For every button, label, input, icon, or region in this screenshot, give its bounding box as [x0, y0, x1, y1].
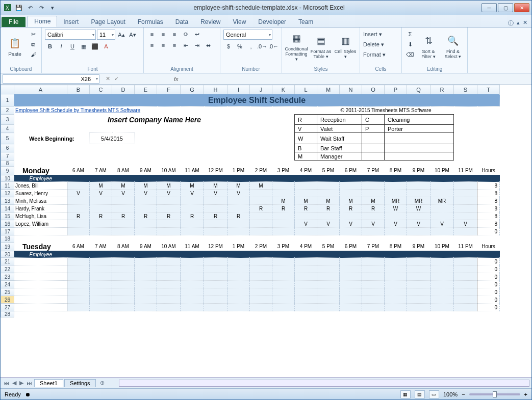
align-top-icon[interactable]: ≡: [147, 30, 157, 39]
align-right-icon[interactable]: ≡: [169, 41, 180, 50]
shift-cell[interactable]: [430, 212, 454, 220]
currency-icon[interactable]: $: [223, 42, 234, 51]
number-format-combo[interactable]: General: [223, 30, 272, 40]
col-header[interactable]: A: [14, 85, 67, 94]
border-icon[interactable]: ▦: [79, 42, 89, 51]
shift-cell[interactable]: [204, 197, 227, 205]
shift-cell[interactable]: [67, 197, 90, 205]
normal-view-icon[interactable]: ▦: [400, 390, 411, 398]
shift-cell[interactable]: V: [454, 220, 477, 228]
row-header[interactable]: 7: [1, 152, 14, 161]
col-header[interactable]: O: [362, 85, 385, 94]
shift-cell[interactable]: [340, 190, 362, 197]
delete-button[interactable]: Delete ▾: [363, 40, 384, 49]
format-button[interactable]: Format ▾: [363, 50, 386, 59]
shift-cell[interactable]: M: [227, 182, 250, 190]
percent-icon[interactable]: %: [235, 42, 245, 51]
shift-cell[interactable]: [250, 197, 272, 205]
shift-cell[interactable]: [454, 205, 477, 212]
format-painter-icon[interactable]: 🖌: [28, 50, 38, 59]
formula-input[interactable]: [179, 74, 531, 84]
shift-cell[interactable]: M: [112, 182, 135, 190]
shift-cell[interactable]: M: [295, 197, 317, 205]
cancel-formula-icon[interactable]: ✕: [106, 75, 110, 82]
shift-cell[interactable]: [362, 182, 385, 190]
col-header[interactable]: E: [135, 85, 157, 94]
shift-cell[interactable]: [317, 212, 340, 220]
fill-icon[interactable]: ⬇: [405, 40, 415, 49]
underline-button[interactable]: U: [67, 42, 78, 51]
row-header[interactable]: 13: [1, 197, 14, 205]
shift-cell[interactable]: R: [112, 212, 135, 220]
shift-cell[interactable]: M: [362, 197, 385, 205]
worksheet-grid[interactable]: ABCDEFGHIJKLMNOPQRST1Employee Shift Sche…: [1, 85, 531, 377]
shift-cell[interactable]: V: [317, 220, 340, 228]
employee-name[interactable]: Jones, Bill: [14, 182, 67, 190]
tab-home[interactable]: Home: [28, 16, 57, 27]
shift-cell[interactable]: R: [272, 205, 295, 212]
fx-icon[interactable]: fx: [174, 76, 179, 82]
autosum-icon[interactable]: Σ: [405, 30, 415, 39]
shift-cell[interactable]: [250, 220, 272, 228]
orient-icon[interactable]: ⟳: [181, 30, 191, 39]
shift-cell[interactable]: [250, 190, 272, 197]
new-sheet-icon[interactable]: ⊕: [97, 380, 108, 386]
employee-name[interactable]: Minh, Melissa: [14, 197, 67, 205]
tab-formulas[interactable]: Formulas: [132, 17, 169, 27]
shift-cell[interactable]: [90, 220, 112, 228]
employee-name[interactable]: McHugh, Lisa: [14, 212, 67, 220]
align-center-icon[interactable]: ≡: [158, 41, 168, 50]
inc-decimal-icon[interactable]: .0→: [257, 42, 267, 51]
col-header[interactable]: F: [157, 85, 181, 94]
row-header[interactable]: 4: [1, 125, 14, 133]
align-left-icon[interactable]: ≡: [147, 41, 157, 50]
tab-team[interactable]: Team: [292, 17, 319, 27]
shift-cell[interactable]: R: [317, 205, 340, 212]
shift-cell[interactable]: V: [340, 220, 362, 228]
row-header[interactable]: 8: [1, 161, 14, 167]
save-icon[interactable]: 💾: [14, 3, 24, 13]
shift-cell[interactable]: [272, 220, 295, 228]
row-header[interactable]: 3: [1, 115, 14, 125]
row-header[interactable]: 28: [1, 311, 14, 317]
indent-dec-icon[interactable]: ⇤: [181, 41, 191, 50]
shift-cell[interactable]: [340, 182, 362, 190]
sheet-tab-sheet1[interactable]: Sheet1: [34, 379, 63, 387]
col-header[interactable]: G: [181, 85, 204, 94]
macro-record-icon[interactable]: ⏺: [25, 391, 31, 397]
shift-cell[interactable]: M: [90, 182, 112, 190]
page-break-view-icon[interactable]: ▭: [429, 390, 439, 398]
row-header[interactable]: 12: [1, 190, 14, 197]
shift-cell[interactable]: [67, 182, 90, 190]
col-header[interactable]: M: [317, 85, 340, 94]
col-header[interactable]: L: [295, 85, 317, 94]
row-header[interactable]: 15: [1, 212, 14, 220]
comma-icon[interactable]: ,: [246, 42, 256, 51]
shift-cell[interactable]: R: [295, 205, 317, 212]
shift-cell[interactable]: [112, 197, 135, 205]
shift-cell[interactable]: [295, 190, 317, 197]
shift-cell[interactable]: V: [430, 220, 454, 228]
shift-cell[interactable]: V: [227, 190, 250, 197]
name-box[interactable]: X26: [3, 74, 99, 84]
shift-cell[interactable]: R: [204, 212, 227, 220]
row-header[interactable]: 18: [1, 235, 14, 243]
shift-cell[interactable]: [204, 220, 227, 228]
shift-cell[interactable]: M: [204, 182, 227, 190]
zoom-in-icon[interactable]: +: [524, 391, 527, 397]
font-name-combo[interactable]: Calibri: [45, 30, 96, 40]
shift-cell[interactable]: W: [385, 205, 407, 212]
col-header[interactable]: K: [272, 85, 295, 94]
shift-cell[interactable]: R: [181, 212, 204, 220]
shift-cell[interactable]: [430, 182, 454, 190]
font-size-combo[interactable]: 11: [97, 30, 115, 40]
shift-cell[interactable]: R: [340, 205, 362, 212]
shift-cell[interactable]: [67, 205, 90, 212]
merge-icon[interactable]: ⬌: [203, 41, 213, 50]
doc-close-icon[interactable]: ✕: [523, 19, 527, 27]
shift-cell[interactable]: [362, 212, 385, 220]
shift-cell[interactable]: M: [272, 197, 295, 205]
bold-button[interactable]: B: [45, 42, 55, 51]
shift-cell[interactable]: M: [317, 197, 340, 205]
tab-data[interactable]: Data: [169, 17, 194, 27]
